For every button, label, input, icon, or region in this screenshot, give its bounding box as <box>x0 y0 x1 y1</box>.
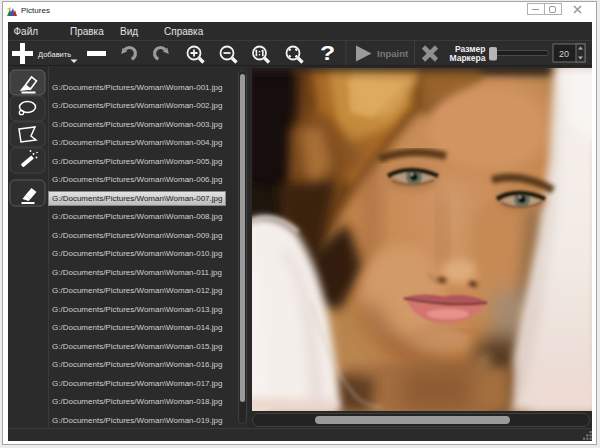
svg-text:Маркера: Маркера <box>449 53 485 63</box>
svg-text:20: 20 <box>559 49 569 59</box>
svg-text:Добавить: Добавить <box>38 50 71 59</box>
svg-text:Inpaint: Inpaint <box>377 48 409 59</box>
svg-text:?: ? <box>320 41 335 64</box>
